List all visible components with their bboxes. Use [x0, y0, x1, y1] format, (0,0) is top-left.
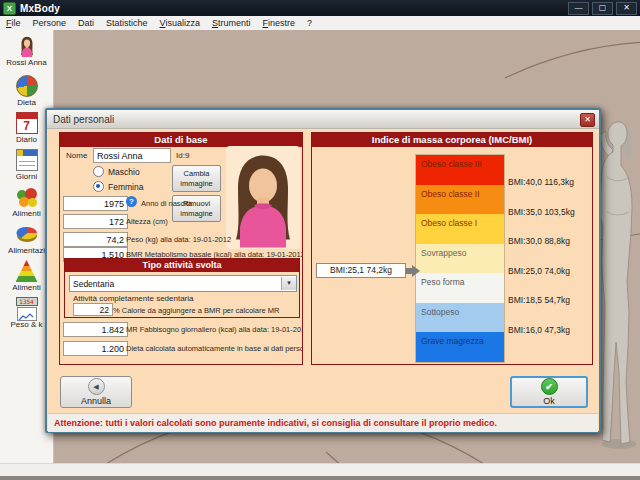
- dieta-kcal-input[interactable]: [63, 341, 128, 356]
- dialog-title: Dati personali: [53, 114, 114, 125]
- status-bar: [0, 463, 640, 477]
- sidebar-item-label: Giorni: [16, 172, 37, 181]
- attivita-dropdown-value: Sedentaria: [70, 279, 281, 289]
- days-calendar-icon: [16, 149, 38, 171]
- minimize-icon[interactable]: —: [568, 2, 589, 15]
- sidebar-item-label: Dieta: [17, 98, 36, 107]
- app-icon: X: [3, 2, 16, 15]
- bmi-panel: Indice di massa corporea (IMC/BMI) Obeso…: [311, 132, 593, 365]
- dati-di-base-header: Dati di base: [60, 133, 302, 147]
- menu-dati[interactable]: Dati: [72, 16, 100, 30]
- dialog-titlebar[interactable]: Dati personali ✕: [47, 110, 599, 129]
- bmi-band-obeso-3: Obeso classe III: [416, 155, 504, 185]
- window-bottom-edge: [0, 476, 640, 480]
- menu-strumenti[interactable]: Strumenti: [206, 16, 257, 30]
- mxbody-window: X MxBody — ▢ ✕ File Persone Dati Statist…: [0, 0, 640, 480]
- current-bmi-value: BMI:25,1 74,2kg: [316, 263, 406, 278]
- altezza-input[interactable]: [63, 214, 128, 229]
- marker-arrowhead-icon: [412, 265, 420, 277]
- warning-bar: Attenzione: tutti i valori calcolati son…: [48, 413, 598, 432]
- radio-maschio-label: Maschio: [108, 167, 140, 177]
- weight-lcd-value: 1354: [16, 297, 38, 306]
- sidebar-item-label: Rossi Anna: [6, 58, 46, 67]
- bmi-header: Indice di massa corporea (IMC/BMI): [312, 133, 592, 147]
- dialog-close-icon[interactable]: ✕: [580, 113, 595, 127]
- close-icon[interactable]: ✕: [616, 2, 637, 15]
- menu-file[interactable]: File: [0, 16, 27, 30]
- bmi-band-obeso-1: Obeso classe I: [416, 214, 504, 244]
- bmi-band-sovrappeso: Sovrappeso: [416, 244, 504, 274]
- attivita-dropdown[interactable]: Sedentaria ▼: [69, 275, 297, 292]
- menu-visualizza[interactable]: Visualizza: [154, 16, 206, 30]
- maximize-icon[interactable]: ▢: [592, 2, 613, 15]
- back-arrow-icon: ◀: [88, 378, 105, 395]
- check-icon: ✔: [541, 378, 558, 395]
- radio-maschio[interactable]: Maschio: [93, 166, 140, 177]
- anno-nascita-label: Anno di nascita: [141, 199, 192, 208]
- sidebar-item-label: Alimenti: [12, 209, 40, 218]
- menu-bar: File Persone Dati Statistiche Visualizza…: [0, 16, 640, 31]
- diary-calendar-icon: 7: [16, 112, 38, 134]
- mr-fabbisogno-input[interactable]: [63, 322, 128, 337]
- radio-maschio-circle[interactable]: [93, 166, 104, 177]
- ok-label: Ok: [543, 396, 555, 406]
- menu-help[interactable]: ?: [301, 16, 318, 30]
- bmi-band-obeso-2: Obeso classe II: [416, 185, 504, 215]
- bmi-band-sottopeso: Sottopeso: [416, 303, 504, 333]
- sidebar-item-label: Alimenti: [12, 283, 40, 292]
- percent-kcal-label: % Calorie da aggiungere a BMR per calcol…: [113, 306, 279, 315]
- client-area: Rossi Anna Dieta 7 Diario Giorni Aliment…: [0, 30, 640, 463]
- foods-fruits-icon: [16, 186, 38, 208]
- diet-pie-chart-icon: [16, 75, 38, 97]
- sidebar-item-label: Alimentazi: [8, 246, 45, 255]
- window-title: MxBody: [20, 3, 60, 14]
- bmi-boundary-18-5: BMI:18,5 54,7kg: [508, 295, 570, 305]
- current-bmi-marker: BMI:25,1 74,2kg: [316, 263, 420, 278]
- person-avatar-icon: [16, 35, 38, 57]
- mr-fabbisogno-label: MR Fabbisogno giornaliero (kcal) alla da…: [126, 325, 303, 334]
- dati-personali-dialog: Dati personali ✕ Dati di base Nome Id:9 …: [45, 108, 601, 433]
- anno-nascita-input[interactable]: [63, 196, 128, 211]
- menu-persone[interactable]: Persone: [27, 16, 73, 30]
- profile-photo: [226, 146, 300, 249]
- statue-image: [596, 92, 640, 452]
- annulla-button[interactable]: ◀ Annulla: [60, 376, 132, 408]
- id-label: Id:9: [176, 151, 189, 160]
- peso-input[interactable]: [63, 232, 128, 247]
- chevron-down-icon[interactable]: ▼: [281, 277, 296, 290]
- radio-femmina-label: Femmina: [108, 182, 143, 192]
- food-pyramid-icon: [16, 260, 38, 282]
- tipo-attivita-header: Tipo attività svolta: [65, 259, 299, 272]
- menu-finestre[interactable]: Finestre: [256, 16, 301, 30]
- dieta-kcal-label: Dieta calcolata automaticamente in base …: [126, 344, 303, 353]
- dati-di-base-panel: Dati di base Nome Id:9 Maschio Femmina C…: [59, 132, 303, 365]
- ok-button[interactable]: ✔ Ok: [510, 376, 588, 408]
- bmi-band-peso-forma: Peso forma: [416, 273, 504, 303]
- tipo-attivita-panel: Tipo attività svolta Sedentaria ▼ Attivi…: [64, 258, 300, 318]
- radio-femmina[interactable]: Femmina: [93, 181, 143, 192]
- altezza-label: Altezza (cm): [126, 217, 168, 226]
- menu-statistiche[interactable]: Statistiche: [100, 16, 154, 30]
- sidebar-item-dieta[interactable]: Dieta: [0, 75, 54, 112]
- bmi-boundary-16: BMI:16,0 47,3kg: [508, 325, 570, 335]
- nutrition-pie-3d-icon: [16, 223, 38, 245]
- peso-label: Peso (kg) alla data: 19-01-2012: [126, 235, 231, 244]
- nome-label: Nome: [66, 151, 87, 160]
- attivita-description: Attività completamente sedentaria: [73, 294, 194, 303]
- bmi-boundary-40: BMI:40,0 116,3kg: [508, 177, 574, 187]
- cambia-immagine-button[interactable]: Cambia immagine: [172, 165, 221, 192]
- bmi-boundary-35: BMI:35,0 103,5kg: [508, 207, 575, 217]
- radio-femmina-circle[interactable]: [93, 181, 104, 192]
- window-titlebar: X MxBody — ▢ ✕: [0, 0, 640, 16]
- sidebar-item-person[interactable]: Rossi Anna: [0, 35, 54, 75]
- bmi-band-grave-magrezza: Grave magrezza: [416, 332, 504, 362]
- percent-kcal-input[interactable]: [73, 303, 113, 316]
- help-icon[interactable]: ?: [126, 196, 137, 207]
- weight-kcal-chart-icon: 1354: [16, 297, 38, 319]
- warning-text: Attenzione: tutti i valori calcolati son…: [54, 418, 497, 428]
- sidebar-item-label: Diario: [16, 135, 37, 144]
- bmi-boundary-25: BMI:25,0 74,0kg: [508, 266, 570, 276]
- nome-input[interactable]: [93, 148, 171, 163]
- bmi-scale: Obeso classe III Obeso classe II Obeso c…: [415, 154, 505, 363]
- annulla-label: Annulla: [81, 396, 111, 406]
